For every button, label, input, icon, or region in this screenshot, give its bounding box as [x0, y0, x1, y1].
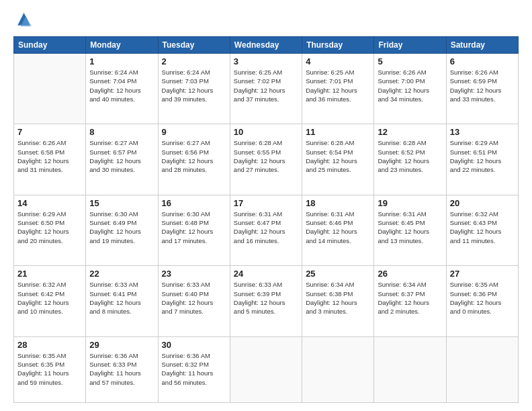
day-info: Sunrise: 6:29 AM Sunset: 6:51 PM Dayligh…: [450, 138, 515, 174]
day-info: Sunrise: 6:36 AM Sunset: 6:33 PM Dayligh…: [89, 351, 154, 387]
calendar-cell: 30Sunrise: 6:36 AM Sunset: 6:32 PM Dayli…: [158, 336, 230, 402]
day-info: Sunrise: 6:26 AM Sunset: 6:58 PM Dayligh…: [17, 138, 82, 174]
calendar-cell: [374, 336, 446, 402]
day-number: 28: [17, 340, 82, 350]
calendar-cell: 14Sunrise: 6:29 AM Sunset: 6:50 PM Dayli…: [14, 195, 86, 265]
day-info: Sunrise: 6:34 AM Sunset: 6:37 PM Dayligh…: [378, 280, 442, 316]
day-info: Sunrise: 6:32 AM Sunset: 6:42 PM Dayligh…: [17, 280, 82, 316]
day-info: Sunrise: 6:27 AM Sunset: 6:57 PM Dayligh…: [89, 138, 154, 174]
day-info: Sunrise: 6:26 AM Sunset: 7:00 PM Dayligh…: [378, 68, 442, 103]
day-info: Sunrise: 6:33 AM Sunset: 6:41 PM Dayligh…: [89, 280, 154, 316]
day-number: 27: [450, 269, 515, 279]
day-header-thursday: Thursday: [302, 37, 374, 54]
day-header-tuesday: Tuesday: [158, 37, 230, 54]
day-number: 18: [306, 198, 370, 208]
day-info: Sunrise: 6:32 AM Sunset: 6:43 PM Dayligh…: [450, 210, 515, 245]
calendar-cell: 3Sunrise: 6:25 AM Sunset: 7:02 PM Daylig…: [230, 54, 302, 124]
day-number: 25: [306, 269, 370, 279]
calendar: SundayMondayTuesdayWednesdayThursdayFrid…: [13, 36, 519, 403]
calendar-cell: 16Sunrise: 6:30 AM Sunset: 6:48 PM Dayli…: [158, 195, 230, 265]
day-info: Sunrise: 6:28 AM Sunset: 6:55 PM Dayligh…: [234, 138, 298, 174]
day-info: Sunrise: 6:31 AM Sunset: 6:46 PM Dayligh…: [306, 210, 370, 245]
week-row-1: 1Sunrise: 6:24 AM Sunset: 7:04 PM Daylig…: [14, 54, 519, 124]
calendar-cell: [14, 54, 86, 124]
calendar-cell: 21Sunrise: 6:32 AM Sunset: 6:42 PM Dayli…: [14, 266, 86, 336]
calendar-cell: 23Sunrise: 6:33 AM Sunset: 6:40 PM Dayli…: [158, 266, 230, 336]
day-info: Sunrise: 6:24 AM Sunset: 7:03 PM Dayligh…: [162, 68, 226, 103]
day-number: 15: [89, 198, 154, 208]
calendar-cell: 22Sunrise: 6:33 AM Sunset: 6:41 PM Dayli…: [86, 266, 158, 336]
day-number: 2: [162, 56, 226, 66]
day-info: Sunrise: 6:28 AM Sunset: 6:54 PM Dayligh…: [306, 138, 370, 174]
day-number: 11: [306, 127, 370, 137]
day-info: Sunrise: 6:33 AM Sunset: 6:40 PM Dayligh…: [162, 280, 226, 316]
day-info: Sunrise: 6:26 AM Sunset: 6:59 PM Dayligh…: [450, 68, 515, 103]
week-row-4: 21Sunrise: 6:32 AM Sunset: 6:42 PM Dayli…: [14, 266, 519, 336]
day-number: 13: [450, 127, 515, 137]
day-header-saturday: Saturday: [446, 37, 518, 54]
day-number: 26: [378, 269, 442, 279]
day-info: Sunrise: 6:25 AM Sunset: 7:01 PM Dayligh…: [306, 68, 370, 103]
calendar-cell: 24Sunrise: 6:33 AM Sunset: 6:39 PM Dayli…: [230, 266, 302, 336]
day-number: 9: [162, 127, 226, 137]
day-number: 6: [450, 56, 515, 66]
day-info: Sunrise: 6:35 AM Sunset: 6:36 PM Dayligh…: [450, 280, 515, 316]
calendar-cell: 19Sunrise: 6:31 AM Sunset: 6:45 PM Dayli…: [374, 195, 446, 265]
day-number: 29: [89, 340, 154, 350]
day-info: Sunrise: 6:34 AM Sunset: 6:38 PM Dayligh…: [306, 280, 370, 316]
calendar-cell: 17Sunrise: 6:31 AM Sunset: 6:47 PM Dayli…: [230, 195, 302, 265]
day-info: Sunrise: 6:33 AM Sunset: 6:39 PM Dayligh…: [234, 280, 298, 316]
calendar-cell: 29Sunrise: 6:36 AM Sunset: 6:33 PM Dayli…: [86, 336, 158, 402]
day-header-wednesday: Wednesday: [230, 37, 302, 54]
day-number: 21: [17, 269, 82, 279]
day-info: Sunrise: 6:28 AM Sunset: 6:52 PM Dayligh…: [378, 138, 442, 174]
calendar-cell: 8Sunrise: 6:27 AM Sunset: 6:57 PM Daylig…: [86, 124, 158, 195]
calendar-cell: 1Sunrise: 6:24 AM Sunset: 7:04 PM Daylig…: [86, 54, 158, 124]
day-number: 10: [234, 127, 298, 137]
day-number: 14: [17, 198, 82, 208]
day-number: 1: [89, 56, 154, 66]
day-number: 19: [378, 198, 442, 208]
day-number: 12: [378, 127, 442, 137]
calendar-cell: 4Sunrise: 6:25 AM Sunset: 7:01 PM Daylig…: [302, 54, 374, 124]
day-info: Sunrise: 6:24 AM Sunset: 7:04 PM Dayligh…: [89, 68, 154, 103]
day-info: Sunrise: 6:36 AM Sunset: 6:32 PM Dayligh…: [162, 351, 226, 387]
calendar-cell: 10Sunrise: 6:28 AM Sunset: 6:55 PM Dayli…: [230, 124, 302, 195]
day-info: Sunrise: 6:30 AM Sunset: 6:48 PM Dayligh…: [162, 210, 226, 245]
week-row-3: 14Sunrise: 6:29 AM Sunset: 6:50 PM Dayli…: [14, 195, 519, 265]
day-info: Sunrise: 6:35 AM Sunset: 6:35 PM Dayligh…: [17, 351, 82, 387]
day-number: 30: [162, 340, 226, 350]
page: SundayMondayTuesdayWednesdayThursdayFrid…: [0, 0, 532, 411]
day-info: Sunrise: 6:25 AM Sunset: 7:02 PM Dayligh…: [234, 68, 298, 103]
week-row-5: 28Sunrise: 6:35 AM Sunset: 6:35 PM Dayli…: [14, 336, 519, 402]
calendar-cell: 25Sunrise: 6:34 AM Sunset: 6:38 PM Dayli…: [302, 266, 374, 336]
calendar-cell: [446, 336, 518, 402]
calendar-cell: 26Sunrise: 6:34 AM Sunset: 6:37 PM Dayli…: [374, 266, 446, 336]
logo-icon: [13, 11, 32, 30]
calendar-cell: 13Sunrise: 6:29 AM Sunset: 6:51 PM Dayli…: [446, 124, 518, 195]
day-number: 17: [234, 198, 298, 208]
day-number: 3: [234, 56, 298, 66]
day-number: 16: [162, 198, 226, 208]
day-info: Sunrise: 6:31 AM Sunset: 6:45 PM Dayligh…: [378, 210, 442, 245]
calendar-cell: 6Sunrise: 6:26 AM Sunset: 6:59 PM Daylig…: [446, 54, 518, 124]
calendar-cell: 7Sunrise: 6:26 AM Sunset: 6:58 PM Daylig…: [14, 124, 86, 195]
day-number: 23: [162, 269, 226, 279]
calendar-cell: 12Sunrise: 6:28 AM Sunset: 6:52 PM Dayli…: [374, 124, 446, 195]
day-info: Sunrise: 6:31 AM Sunset: 6:47 PM Dayligh…: [234, 210, 298, 245]
day-number: 24: [234, 269, 298, 279]
calendar-cell: 15Sunrise: 6:30 AM Sunset: 6:49 PM Dayli…: [86, 195, 158, 265]
day-number: 8: [89, 127, 154, 137]
day-number: 20: [450, 198, 515, 208]
day-number: 4: [306, 56, 370, 66]
day-header-sunday: Sunday: [14, 37, 86, 54]
calendar-cell: 18Sunrise: 6:31 AM Sunset: 6:46 PM Dayli…: [302, 195, 374, 265]
day-info: Sunrise: 6:30 AM Sunset: 6:49 PM Dayligh…: [89, 210, 154, 245]
calendar-cell: 11Sunrise: 6:28 AM Sunset: 6:54 PM Dayli…: [302, 124, 374, 195]
calendar-cell: [302, 336, 374, 402]
calendar-cell: 20Sunrise: 6:32 AM Sunset: 6:43 PM Dayli…: [446, 195, 518, 265]
calendar-cell: 28Sunrise: 6:35 AM Sunset: 6:35 PM Dayli…: [14, 336, 86, 402]
calendar-cell: 5Sunrise: 6:26 AM Sunset: 7:00 PM Daylig…: [374, 54, 446, 124]
calendar-cell: 2Sunrise: 6:24 AM Sunset: 7:03 PM Daylig…: [158, 54, 230, 124]
days-header-row: SundayMondayTuesdayWednesdayThursdayFrid…: [14, 37, 519, 54]
